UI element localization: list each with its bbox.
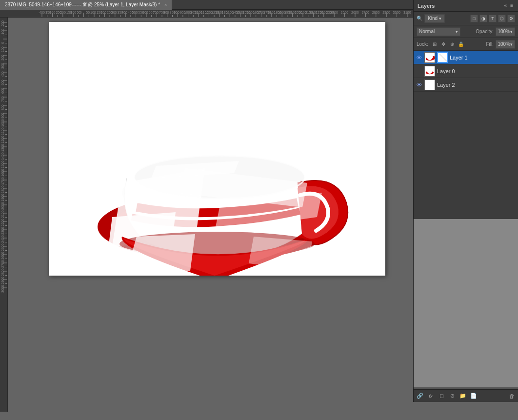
layer-effects-button[interactable]: fx [426,392,435,400]
opacity-input[interactable]: 100% [496,27,515,36]
lock-artboard-icon[interactable]: ⊕ [449,41,456,48]
layers-list[interactable]: 👁 Layer 1 [414,51,518,219]
layer-visibility-toggle[interactable]: 👁 [416,68,422,75]
filter-shape-icon[interactable]: ⬡ [498,15,506,22]
svg-marker-15 [127,234,195,271]
tab-label: 3870 IMG_5049-146+146+109------.tif @ 25… [5,2,160,7]
layers-panel: Layers « ≡ 🔍 Kind □ ◑ T ⬡ ⚙ Nor [413,0,518,402]
svg-rect-24 [425,80,435,90]
layers-empty-area [414,219,518,387]
ruler-vertical [0,18,8,412]
filter-kind-button[interactable]: Kind [424,14,445,23]
layer-item[interactable]: 👁 Layer 1 [414,51,518,64]
add-mask-button[interactable]: ◻ [437,392,446,400]
layer-thumbnail [424,52,435,63]
filter-type-icon[interactable]: T [489,15,497,22]
panel-header-icons: « ≡ [503,2,514,9]
fill-input[interactable]: 100% [496,40,515,49]
link-layers-button[interactable]: 🔗 [416,392,424,400]
blend-mode-label: Normal [419,29,435,34]
active-tab[interactable]: 3870 IMG_5049-146+146+109------.tif @ 25… [0,0,172,10]
filter-adjust-icon[interactable]: ◑ [479,15,487,22]
fill-label: Fill: [486,41,494,47]
filter-row: 🔍 Kind □ ◑ T ⬡ ⚙ [414,12,518,25]
blend-mode-chevron [456,29,458,34]
blend-mode-row: Normal Opacity: 100% [414,25,518,38]
blend-mode-select[interactable]: Normal [417,27,460,36]
filter-pixel-icon[interactable]: □ [470,15,478,22]
layer-visibility-toggle[interactable]: 👁 [416,81,422,88]
new-layer-button[interactable]: 📄 [469,392,478,400]
layer-name: Layer 0 [437,68,516,74]
tab-close-button[interactable]: × [164,2,167,7]
search-icon: 🔍 [417,16,422,21]
filter-smart-icon[interactable]: ⚙ [507,15,515,22]
lock-all-icon[interactable]: 🔒 [458,41,464,48]
new-group-button[interactable]: 📁 [458,392,467,400]
layer-mask-thumbnail [437,52,448,63]
svg-point-19 [427,55,433,57]
lock-label: Lock: [417,41,428,47]
layers-panel-title: Layers [418,3,435,9]
lock-position-icon[interactable]: ✥ [440,41,447,48]
main-area: Layers « ≡ 🔍 Kind □ ◑ T ⬡ ⚙ Nor [0,10,518,412]
filter-kind-chevron [439,16,441,21]
opacity-label: Opacity: [476,29,494,34]
layer-name: Layer 1 [450,55,516,60]
fill-row: Fill: 100% [486,40,515,49]
panel-collapse-button[interactable]: « [503,2,508,9]
lock-pixels-icon[interactable]: ⊞ [431,41,438,48]
layer-thumbnail [424,80,435,90]
layers-panel-header: Layers « ≡ [414,0,518,12]
lock-row: Lock: ⊞ ✥ ⊕ 🔒 Fill: 100% [414,38,518,51]
lock-icons: ⊞ ✥ ⊕ 🔒 [431,41,464,48]
filter-kind-label: Kind [428,16,438,21]
ruler-horizontal [0,10,413,18]
layer-item[interactable]: 👁 Layer 2 [414,78,518,92]
cup-svg [49,22,385,276]
adjustment-button[interactable]: ⊘ [448,392,457,400]
opacity-chevron [510,29,513,34]
layer-visibility-toggle[interactable]: 👁 [416,54,422,61]
document-canvas[interactable] [49,22,385,276]
opacity-row: Opacity: 100% [476,27,515,36]
delete-layer-button[interactable]: 🗑 [507,392,516,400]
panel-menu-button[interactable]: ≡ [509,2,514,9]
fill-value: 100% [498,41,510,47]
fill-chevron [510,41,513,47]
layer-thumbnail [424,66,435,77]
opacity-value: 100% [498,29,510,34]
layers-footer: 🔗 fx ◻ ⊘ 📁 📄 🗑 [414,389,518,402]
svg-point-23 [427,68,433,71]
filter-icons: □ ◑ T ⬡ ⚙ [470,15,515,22]
layer-item[interactable]: 👁 Layer 0 [414,64,518,78]
layer-name: Layer 2 [437,82,516,88]
